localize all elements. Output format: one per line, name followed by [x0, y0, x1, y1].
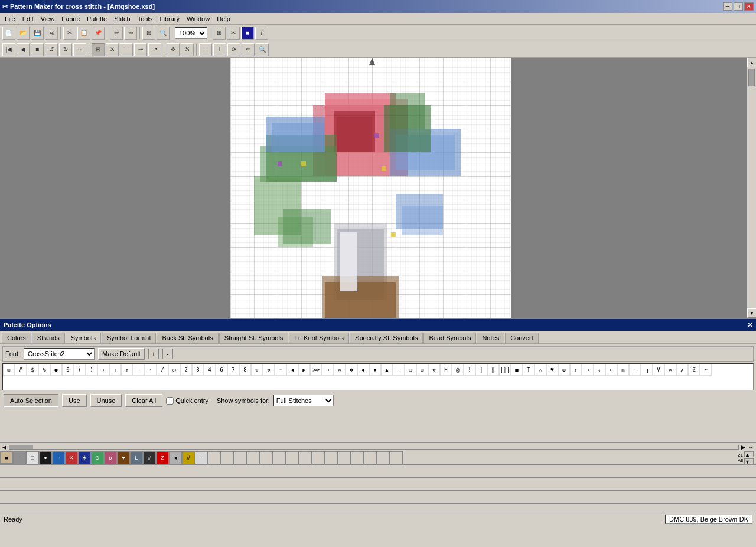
- scroll-track-area[interactable]: [747, 67, 756, 308]
- color-swatch-empty-13[interactable]: [364, 451, 377, 464]
- tb-rotate3[interactable]: ⟳: [227, 43, 240, 56]
- color-swatch-empty-14[interactable]: [377, 451, 390, 464]
- menu-stitch[interactable]: Stitch: [110, 14, 134, 24]
- tab-symbol-format[interactable]: Symbol Format: [102, 333, 157, 343]
- tab-bead-symbols[interactable]: Bead Symbols: [423, 333, 476, 343]
- symbol-cell[interactable]: ⊕: [251, 364, 263, 376]
- symbol-cell[interactable]: ~: [700, 364, 712, 376]
- color-swatch-empty-11[interactable]: [338, 451, 351, 464]
- close-button[interactable]: ✕: [744, 2, 754, 11]
- color-swatch-11[interactable]: #: [143, 451, 156, 464]
- symbol-cell[interactable]: ▲: [381, 364, 393, 376]
- symbol-cell[interactable]: η: [641, 364, 653, 376]
- color-swatch-empty-7[interactable]: [286, 451, 299, 464]
- symbol-cell[interactable]: %: [38, 364, 50, 376]
- color-scroll-left[interactable]: ◀: [2, 444, 6, 450]
- tab-notes[interactable]: Notes: [477, 333, 504, 343]
- tb-copy[interactable]: 📋: [77, 27, 90, 40]
- color-swatch-2[interactable]: □: [26, 451, 39, 464]
- symbol-cell[interactable]: V: [653, 364, 664, 376]
- color-swatch-empty-2[interactable]: [221, 451, 234, 464]
- tb-select2[interactable]: □: [199, 43, 212, 56]
- tb-color-fill[interactable]: ■: [241, 27, 254, 40]
- symbol-cell[interactable]: |: [475, 364, 487, 376]
- symbol-cell[interactable]: $: [27, 364, 38, 376]
- tb-magnify[interactable]: 🔍: [256, 43, 269, 56]
- tb-zoom-box[interactable]: ⊞: [142, 27, 155, 40]
- color-swatch-6[interactable]: ✱: [78, 451, 91, 464]
- tb-stitch-s[interactable]: S: [181, 43, 194, 56]
- color-swatch-empty-15[interactable]: [390, 451, 403, 464]
- color-swatch-10[interactable]: L: [130, 451, 143, 464]
- symbol-cell[interactable]: ⋙: [310, 364, 322, 376]
- tb-rotate-ccw[interactable]: ↺: [45, 43, 58, 56]
- tb-italic[interactable]: I: [255, 27, 268, 40]
- symbol-cell[interactable]: △: [535, 364, 546, 376]
- symbol-cell[interactable]: ◀: [286, 364, 298, 376]
- font-select[interactable]: CrossStitch2 CrossStitch1 CrossStitch3: [24, 348, 94, 360]
- symbol-cell[interactable]: @: [452, 364, 464, 376]
- color-swatch-empty-5[interactable]: [260, 451, 273, 464]
- scroll-down-arrow[interactable]: ▼: [747, 308, 756, 318]
- symbol-cell[interactable]: 2: [180, 364, 192, 376]
- symbol-cell[interactable]: ◻: [405, 364, 416, 376]
- symbol-cell[interactable]: 0: [62, 364, 74, 376]
- symbol-cell[interactable]: →: [582, 364, 594, 376]
- color-scroll-thumb[interactable]: [9, 445, 33, 449]
- symbol-cell[interactable]: ↑: [121, 364, 133, 376]
- tb-open[interactable]: 📂: [17, 27, 30, 40]
- symbol-cell[interactable]: T: [523, 364, 535, 376]
- tb-select-rect[interactable]: ⊠: [92, 43, 105, 56]
- symbol-cell[interactable]: H: [440, 364, 452, 376]
- symbol-cell[interactable]: #: [15, 364, 27, 376]
- symbol-cell[interactable]: ✠: [558, 364, 570, 376]
- tab-convert[interactable]: Convert: [505, 333, 539, 343]
- symbol-cell[interactable]: ✦: [97, 364, 109, 376]
- tb-stop[interactable]: ■: [31, 43, 44, 56]
- color-swatch-empty-6[interactable]: [273, 451, 286, 464]
- tb-print[interactable]: 🖨: [45, 27, 58, 40]
- symbol-cell[interactable]: □: [393, 364, 405, 376]
- palette-close-button[interactable]: ✕: [747, 321, 752, 329]
- tb-flip[interactable]: ↔: [73, 43, 86, 56]
- symbol-cell[interactable]: 8: [239, 364, 251, 376]
- color-swatch-8[interactable]: σ: [104, 451, 117, 464]
- symbol-cell[interactable]: 7: [227, 364, 239, 376]
- tb-paste[interactable]: 📌: [92, 27, 105, 40]
- menu-file[interactable]: File: [1, 14, 19, 24]
- tb-new[interactable]: 📄: [2, 27, 15, 40]
- symbol-cell[interactable]: ✕: [334, 364, 346, 376]
- clear-all-button[interactable]: Clear All: [125, 394, 162, 407]
- symbol-cell[interactable]: ‖: [487, 364, 499, 376]
- title-bar-controls[interactable]: ─ □ ✕: [723, 2, 754, 11]
- symbol-cell[interactable]: ·: [145, 364, 157, 376]
- vertical-scrollbar[interactable]: ▲ ▼: [747, 58, 756, 318]
- symbol-cell[interactable]: ✽: [346, 364, 357, 376]
- tab-colors[interactable]: Colors: [2, 333, 31, 343]
- maximize-button[interactable]: □: [734, 2, 743, 11]
- tb-select-cross[interactable]: ✕: [106, 43, 119, 56]
- symbol-cell[interactable]: 4: [204, 364, 216, 376]
- color-swatch-5[interactable]: ✕: [65, 451, 78, 464]
- expand-button[interactable]: ↔: [748, 444, 754, 450]
- symbol-cell[interactable]: ←: [605, 364, 617, 376]
- nav-down[interactable]: ▼: [744, 458, 754, 464]
- symbol-cell[interactable]: ✗: [676, 364, 688, 376]
- symbol-cell[interactable]: m: [617, 364, 629, 376]
- color-swatch-7[interactable]: ⊕: [91, 451, 104, 464]
- symbol-cell[interactable]: ✕: [664, 364, 676, 376]
- tb-arrow-prev[interactable]: ◀: [17, 43, 30, 56]
- zoom-select[interactable]: 100% 75% 50% 200%: [175, 27, 207, 39]
- canvas-area[interactable]: ▲ ▼: [0, 58, 756, 318]
- tb-select-lasso[interactable]: ⌒: [120, 43, 133, 56]
- symbol-cell[interactable]: (: [74, 364, 86, 376]
- symbol-cell[interactable]: 3: [192, 364, 204, 376]
- tb-arrow-first[interactable]: |◀: [2, 43, 15, 56]
- menu-palette[interactable]: Palette: [83, 14, 110, 24]
- symbol-cell[interactable]: ↔: [322, 364, 334, 376]
- symbol-add-button[interactable]: +: [148, 349, 159, 359]
- tb-text[interactable]: T: [213, 43, 226, 56]
- color-swatch-empty-3[interactable]: [234, 451, 247, 464]
- symbol-cell[interactable]: ♥: [546, 364, 558, 376]
- symbol-cell[interactable]: ▼: [369, 364, 381, 376]
